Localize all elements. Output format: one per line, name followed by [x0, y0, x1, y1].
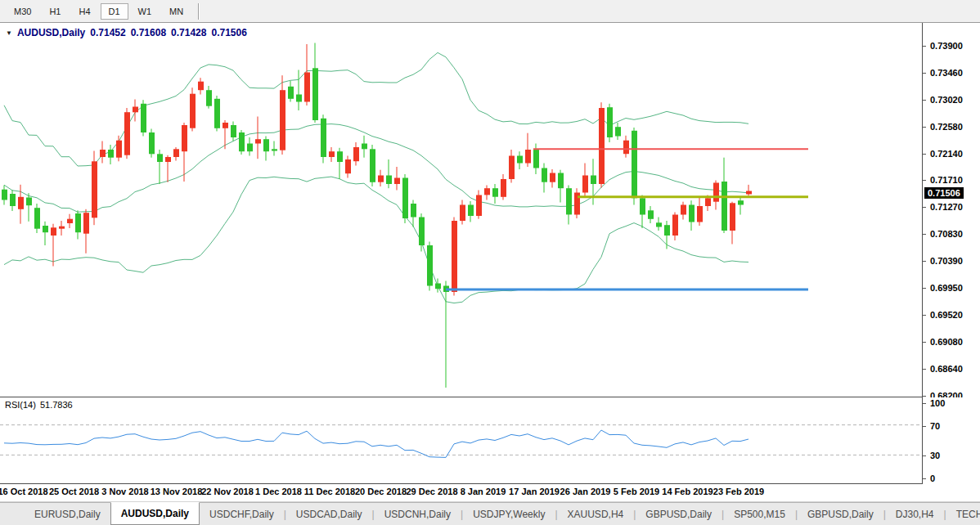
candle-body [116, 141, 122, 158]
candle-body [263, 139, 269, 151]
candle-body [713, 183, 719, 202]
candle-body [329, 151, 335, 157]
chart-tab-dj30[interactable]: DJ30,H4 [886, 503, 944, 525]
candle [312, 43, 318, 123]
current-price-badge: 0.71506 [924, 187, 964, 199]
candle [100, 141, 106, 164]
candle [566, 186, 572, 225]
timeframe-button-h1[interactable]: H1 [41, 3, 69, 20]
candle-body [632, 131, 637, 199]
candle-body [198, 82, 204, 91]
chart-tab-gbpusd[interactable]: GBPUSD,Daily [636, 503, 722, 525]
candle-body [51, 227, 56, 236]
candle [173, 147, 179, 161]
price-axis-label: 0.71710 [930, 175, 963, 185]
candle-body [157, 154, 163, 162]
candle-body [67, 219, 73, 223]
chart-tab-gbpusd[interactable]: GBPUSD,Daily [798, 503, 883, 525]
timeframe-button-w1[interactable]: W1 [130, 3, 160, 20]
candle [378, 170, 384, 186]
chart-tab-usdcad[interactable]: USDCAD,Daily [286, 503, 372, 525]
candle [280, 75, 285, 155]
candle [501, 174, 506, 200]
candle [607, 104, 613, 142]
candle-body [681, 205, 686, 215]
candle [681, 202, 686, 220]
chart-tab-xauusd[interactable]: XAUUSD,H4 [558, 503, 634, 525]
date-label: 16 Oct 2018 [0, 487, 48, 496]
candle-body [394, 178, 400, 185]
candle-body [190, 94, 196, 128]
candle [672, 213, 678, 241]
date-label: 17 Jan 2019 [509, 487, 560, 496]
candle-body [566, 188, 572, 214]
candle [26, 193, 32, 222]
date-label: 20 Dec 2018 [355, 487, 407, 496]
candle [362, 136, 367, 158]
candle [525, 133, 531, 167]
price-axis-label: 0.70390 [930, 256, 963, 266]
candle [582, 164, 588, 197]
candle [59, 221, 65, 236]
price-tick [923, 100, 926, 101]
candle [165, 155, 171, 182]
candle-body [386, 176, 392, 185]
candle-body [26, 198, 32, 206]
candle-body [223, 123, 228, 128]
chart-tab-eurusd[interactable]: EURUSD,Daily [25, 503, 110, 525]
price-chart-canvas[interactable] [0, 23, 921, 396]
date-label: 26 Jan 2019 [560, 487, 611, 496]
chart-tab-usdjpy[interactable]: USDJPY,Weekly [463, 503, 555, 525]
candle-body [165, 157, 171, 162]
price-axis-label: 0.73460 [930, 68, 963, 78]
candle [632, 128, 637, 205]
candle [550, 169, 555, 188]
chart-tab-tech100[interactable]: TECH100,H [946, 503, 980, 525]
candle-body [321, 119, 326, 157]
candle [394, 167, 400, 191]
timeframe-button-h4[interactable]: H4 [70, 3, 98, 20]
candle [247, 137, 253, 156]
candle [255, 117, 261, 159]
trading-app-window: M30H1H4D1W1MN ▼ AUDUSD,Daily 0.71452 0.7… [0, 0, 980, 525]
date-label: 25 Oct 2018 [49, 487, 99, 496]
candle-body [370, 149, 375, 182]
candle-body [533, 150, 539, 168]
chart-tab-sp500[interactable]: SP500,M15 [724, 503, 795, 525]
candle [133, 100, 138, 122]
chart-tab-usdchf[interactable]: USDCHF,Daily [200, 503, 284, 525]
candle-body [2, 190, 7, 200]
price-axis-label: 0.69950 [930, 283, 963, 293]
main-chart-pane[interactable]: ▼ AUDUSD,Daily 0.71452 0.71608 0.71428 0… [0, 23, 923, 397]
time-axis: 16 Oct 201825 Oct 20183 Nov 201813 Nov 2… [0, 484, 980, 502]
candle [18, 185, 24, 224]
timeframe-button-m30[interactable]: M30 [6, 3, 39, 20]
ohlc-close: 0.71506 [211, 27, 246, 38]
rsi-tick [923, 426, 926, 427]
candle [34, 204, 40, 233]
timeframe-toolbar: M30H1H4D1W1MN [0, 0, 980, 23]
date-label: 5 Feb 2019 [614, 487, 659, 496]
candle-body [231, 125, 236, 137]
date-label: 13 Nov 2018 [151, 487, 203, 496]
candle [223, 120, 228, 149]
price-tick [923, 207, 926, 208]
timeframe-button-d1[interactable]: D1 [101, 3, 128, 20]
candle-body [722, 182, 727, 231]
rsi-pane[interactable]: RSI(14) 51.7836 [0, 397, 923, 484]
chart-tab-audusd[interactable]: AUDUSD,Daily [110, 502, 200, 525]
chart-tab-usdcnh[interactable]: USDCNH,Daily [375, 503, 461, 525]
candle-body [133, 107, 138, 113]
candle [329, 147, 335, 162]
rsi-canvas[interactable] [0, 397, 921, 482]
timeframe-button-mn[interactable]: MN [161, 3, 191, 20]
candle [231, 122, 236, 141]
rsi-label: RSI(14) 51.7836 [5, 400, 73, 410]
rsi-name: RSI(14) [5, 400, 36, 410]
candle-body [100, 150, 106, 157]
candle [738, 196, 744, 215]
candle-body [247, 144, 253, 152]
date-label: 3 Nov 2018 [101, 487, 148, 496]
symbol-dropdown-icon[interactable]: ▼ [6, 29, 12, 37]
candle-body [484, 188, 490, 195]
